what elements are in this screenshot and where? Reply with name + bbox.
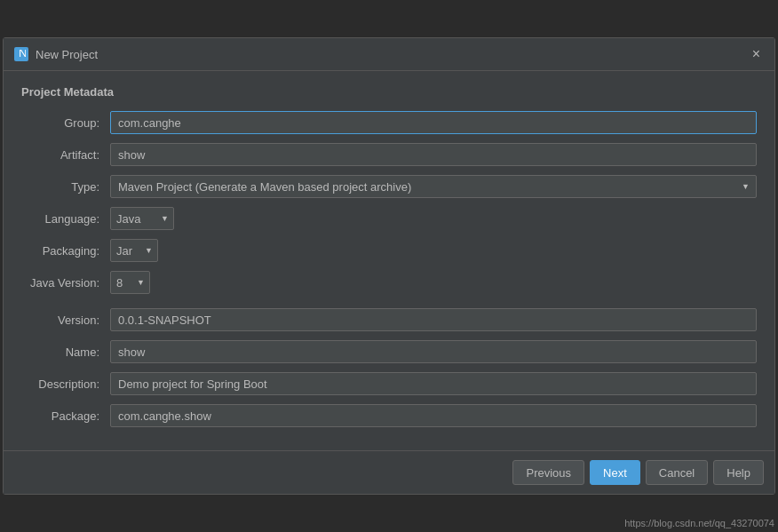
name-row: Name: (21, 340, 757, 363)
packaging-row: Packaging: Jar War (21, 239, 757, 262)
svg-text:N: N (19, 50, 26, 59)
language-label: Language: (21, 212, 110, 226)
group-row: Group: (21, 111, 757, 134)
help-button[interactable]: Help (713, 460, 764, 485)
title-bar: N New Project × (4, 38, 774, 71)
artifact-row: Artifact: (21, 143, 757, 166)
java-version-select[interactable]: 8 11 17 (110, 271, 150, 294)
language-select-wrapper: Java Kotlin Groovy (110, 207, 174, 230)
title-bar-left: N New Project (14, 47, 98, 61)
dialog-footer: Previous Next Cancel Help (4, 450, 774, 494)
java-version-label: Java Version: (21, 276, 110, 290)
dialog-content: Project Metadata Group: Artifact: Type: … (4, 71, 774, 450)
dialog-title: New Project (36, 48, 98, 61)
packaging-select-wrapper: Jar War (110, 239, 158, 262)
section-title: Project Metadata (21, 85, 757, 99)
type-label: Type: (21, 180, 110, 194)
new-project-dialog: N New Project × Project Metadata Group: … (3, 37, 775, 495)
version-row: Version: (21, 308, 757, 331)
close-button[interactable]: × (749, 45, 764, 63)
language-select[interactable]: Java Kotlin Groovy (110, 207, 174, 230)
package-row: Package: (21, 404, 757, 427)
cancel-button[interactable]: Cancel (646, 460, 708, 485)
name-label: Name: (21, 345, 110, 359)
previous-button[interactable]: Previous (512, 460, 584, 485)
packaging-label: Packaging: (21, 244, 110, 258)
type-select-wrapper: Maven Project (Generate a Maven based pr… (110, 175, 757, 198)
java-version-select-wrapper: 8 11 17 (110, 271, 150, 294)
type-row: Type: Maven Project (Generate a Maven ba… (21, 175, 757, 198)
version-label: Version: (21, 314, 110, 327)
name-input[interactable] (110, 340, 757, 363)
app-icon: N (14, 47, 28, 61)
artifact-input[interactable] (110, 143, 757, 166)
next-button[interactable]: Next (590, 460, 640, 485)
description-row: Description: (21, 372, 757, 395)
group-input[interactable] (110, 111, 757, 134)
artifact-label: Artifact: (21, 148, 110, 162)
language-row: Language: Java Kotlin Groovy (21, 207, 757, 230)
group-label: Group: (21, 116, 110, 130)
packaging-select[interactable]: Jar War (110, 239, 158, 262)
package-label: Package: (21, 409, 110, 423)
package-input[interactable] (110, 404, 757, 427)
type-select[interactable]: Maven Project (Generate a Maven based pr… (110, 175, 757, 198)
watermark: https://blog.csdn.net/qq_43270074 (624, 518, 774, 528)
description-input[interactable] (110, 372, 757, 395)
description-label: Description: (21, 377, 110, 391)
java-version-row: Java Version: 8 11 17 (21, 271, 757, 294)
version-input[interactable] (110, 308, 757, 331)
